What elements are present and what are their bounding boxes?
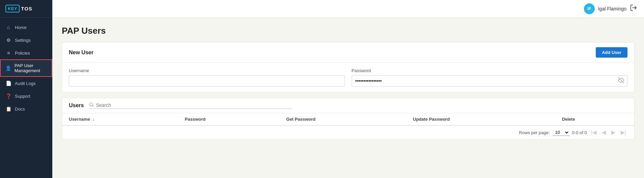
page-title: PAP Users xyxy=(62,26,635,36)
sidebar-item-policies[interactable]: ≡ Policies xyxy=(0,47,52,59)
username-label: Username xyxy=(69,68,345,73)
toggle-password-icon[interactable] xyxy=(618,77,624,85)
sidebar-item-pap-user-management[interactable]: 👤 PAP User Management xyxy=(0,59,52,77)
col-update-password: Update Password xyxy=(406,113,555,125)
users-title: Users xyxy=(69,102,84,109)
rows-per-page-select[interactable]: 10 5 25 100 xyxy=(553,129,569,136)
add-user-button[interactable]: Add User xyxy=(596,47,627,58)
sidebar: KEY TOS ⌂ Home ⚙ Settings ≡ Policies 👤 P… xyxy=(0,0,52,178)
new-user-title: New User xyxy=(69,50,93,56)
new-user-card-header: New User Add User xyxy=(62,42,634,63)
sidebar-item-docs[interactable]: 📋 Docs xyxy=(0,102,52,115)
sidebar-item-audit-logs[interactable]: 📄 Audit Logs xyxy=(0,77,52,90)
prev-page-button[interactable]: ◀ xyxy=(600,129,607,136)
page-info: 0-0 of 0 xyxy=(572,130,587,135)
users-header: Users xyxy=(62,98,634,113)
pagination: Rows per page: 10 5 25 100 0-0 of 0 |◀ ◀… xyxy=(62,125,634,139)
search-input[interactable] xyxy=(96,102,292,108)
col-username[interactable]: Username ↓ xyxy=(62,113,178,125)
sidebar-item-support[interactable]: ❓ Support xyxy=(0,90,52,102)
pap-user-icon: 👤 xyxy=(5,65,11,71)
docs-icon: 📋 xyxy=(5,106,11,112)
username-group: Username xyxy=(69,68,352,87)
search-icon xyxy=(89,102,94,108)
first-page-button[interactable]: |◀ xyxy=(590,129,598,136)
header: IF Igal Flamingo xyxy=(52,0,644,18)
logo-tos: TOS xyxy=(21,6,32,11)
logout-button[interactable] xyxy=(630,4,637,13)
sidebar-item-docs-label: Docs xyxy=(15,107,25,112)
main-area: IF Igal Flamingo PAP Users New User Add … xyxy=(52,0,644,178)
password-wrapper xyxy=(352,75,628,87)
sidebar-item-home-label: Home xyxy=(15,25,27,30)
col-delete: Delete xyxy=(555,113,634,125)
password-group: Password xyxy=(352,68,628,87)
sidebar-nav: ⌂ Home ⚙ Settings ≡ Policies 👤 PAP User … xyxy=(0,18,52,178)
search-wrapper xyxy=(89,102,292,109)
sidebar-item-pap-label: PAP User Management xyxy=(15,63,47,73)
user-name: Igal Flamingo xyxy=(598,6,626,11)
new-user-form: Username Password xyxy=(62,63,634,92)
new-user-card: New User Add User Username Password xyxy=(62,42,635,92)
password-input[interactable] xyxy=(352,75,628,87)
sidebar-item-policies-label: Policies xyxy=(15,51,30,56)
sidebar-item-support-label: Support xyxy=(15,94,30,99)
audit-icon: 📄 xyxy=(5,81,11,86)
home-icon: ⌂ xyxy=(5,25,11,30)
col-get-password: Get Password xyxy=(279,113,406,125)
last-page-button[interactable]: ▶| xyxy=(619,129,627,136)
sidebar-item-home[interactable]: ⌂ Home xyxy=(0,21,52,34)
table-header-row: Username ↓ Password Get Password Update … xyxy=(62,113,634,125)
sidebar-item-audit-label: Audit Logs xyxy=(15,81,35,86)
password-label: Password xyxy=(352,68,628,73)
users-table-wrapper: Username ↓ Password Get Password Update … xyxy=(62,113,634,125)
policies-icon: ≡ xyxy=(5,50,11,56)
svg-line-3 xyxy=(92,106,93,107)
logo: KEY TOS xyxy=(0,0,52,18)
sort-icon: ↓ xyxy=(93,117,95,121)
col-username-label: Username xyxy=(69,117,90,122)
users-section: Users Username xyxy=(62,98,635,140)
users-table: Username ↓ Password Get Password Update … xyxy=(62,113,634,125)
rows-per-page-label: Rows per page: xyxy=(519,130,550,135)
username-input[interactable] xyxy=(69,75,345,87)
next-page-button[interactable]: ▶ xyxy=(610,129,617,136)
avatar: IF xyxy=(584,3,595,14)
logo-key: KEY xyxy=(5,5,20,12)
support-icon: ❓ xyxy=(5,93,11,99)
settings-icon: ⚙ xyxy=(5,37,11,43)
col-password: Password xyxy=(178,113,279,125)
sidebar-item-settings-label: Settings xyxy=(15,38,31,43)
content-area: PAP Users New User Add User Username Pas… xyxy=(52,18,644,178)
sidebar-item-settings[interactable]: ⚙ Settings xyxy=(0,34,52,47)
